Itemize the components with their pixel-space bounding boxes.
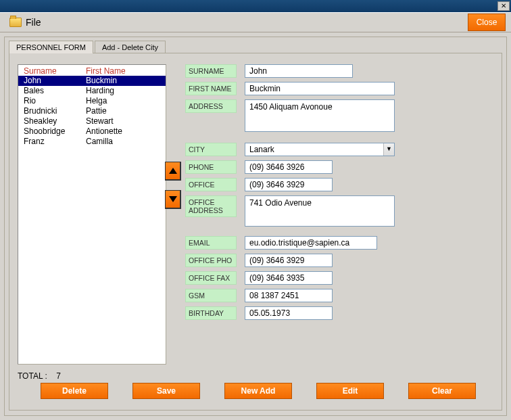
window-close-button[interactable]: ✕ bbox=[497, 1, 510, 11]
triangle-up-icon bbox=[169, 168, 177, 174]
label-birthday: BIRTHDAY bbox=[185, 306, 237, 320]
record-down-button[interactable] bbox=[165, 190, 181, 209]
panel: PERSONNEL FORM Add - Delete City Surname… bbox=[4, 37, 507, 416]
city-value: Lanark bbox=[245, 143, 383, 156]
birthday-input[interactable] bbox=[245, 306, 333, 320]
label-surname: SURNAME bbox=[185, 64, 237, 78]
list-item[interactable]: JohnBuckmin bbox=[18, 76, 166, 86]
list-item[interactable]: BalesHarding bbox=[18, 86, 166, 96]
chevron-down-icon[interactable]: ▼ bbox=[383, 143, 394, 156]
label-office-pho: OFFICE PHO bbox=[185, 254, 237, 267]
clear-button[interactable]: Clear bbox=[408, 383, 476, 399]
toolbar: File Close bbox=[0, 12, 511, 32]
label-gsm: GSM bbox=[185, 289, 237, 302]
list-surname: Sheakley bbox=[24, 116, 86, 126]
list-header: Surname First Name bbox=[18, 65, 166, 76]
list-firstname: Camilla bbox=[86, 137, 113, 147]
label-office: OFFICE bbox=[185, 178, 237, 191]
list-surname: John bbox=[24, 76, 86, 86]
header-surname: Surname bbox=[24, 66, 86, 76]
label-phone: PHONE bbox=[185, 160, 237, 174]
file-menu[interactable]: File bbox=[9, 17, 41, 28]
list-item[interactable]: RioHelga bbox=[18, 96, 166, 106]
label-firstname: FIRST NAME bbox=[185, 82, 237, 95]
phone-input[interactable] bbox=[245, 160, 333, 174]
label-email: EMAIL bbox=[185, 236, 237, 250]
button-row: Delete Save New Add Edit Clear bbox=[41, 383, 488, 399]
label-city: CITY bbox=[185, 143, 237, 156]
office-address-input[interactable]: 741 Odio Avenue bbox=[245, 195, 395, 227]
file-menu-label: File bbox=[26, 17, 41, 28]
list-item[interactable]: FranzCamilla bbox=[18, 137, 166, 147]
tab-body: Surname First Name JohnBuckminBalesHardi… bbox=[9, 53, 502, 411]
tab-personnel-form[interactable]: PERSONNEL FORM bbox=[9, 41, 93, 53]
label-office-address: OFFICE ADDRESS bbox=[185, 195, 237, 217]
total-value: 7 bbox=[56, 371, 61, 381]
list-firstname: Harding bbox=[86, 86, 114, 96]
new-add-button[interactable]: New Add bbox=[224, 383, 292, 399]
list-surname: Brudnicki bbox=[24, 106, 86, 116]
form-area: SURNAME FIRST NAME ADDRESS 1450 Aliquam … bbox=[185, 64, 493, 324]
list-surname: Franz bbox=[24, 137, 86, 147]
list-surname: Rio bbox=[24, 96, 86, 106]
list-item[interactable]: BrudnickiPattie bbox=[18, 106, 166, 116]
header-firstname: First Name bbox=[86, 66, 126, 76]
office-input[interactable] bbox=[245, 178, 333, 191]
surname-input[interactable] bbox=[245, 64, 353, 78]
tabs: PERSONNEL FORM Add - Delete City bbox=[9, 40, 506, 53]
list-surname: Bales bbox=[24, 86, 86, 96]
firstname-input[interactable] bbox=[245, 82, 395, 95]
save-button[interactable]: Save bbox=[132, 383, 200, 399]
list-firstname: Helga bbox=[86, 96, 107, 106]
list-item[interactable]: ShoobridgeAntionette bbox=[18, 126, 166, 137]
delete-button[interactable]: Delete bbox=[41, 383, 108, 399]
edit-button[interactable]: Edit bbox=[316, 383, 384, 399]
list-firstname: Stewart bbox=[86, 116, 114, 126]
folder-icon bbox=[9, 18, 22, 27]
tab-add-delete-city[interactable]: Add - Delete City bbox=[95, 41, 166, 53]
email-input[interactable] bbox=[245, 236, 377, 250]
list-surname: Shoobridge bbox=[24, 126, 86, 137]
titlebar: ✕ bbox=[0, 0, 511, 12]
office-fax-input[interactable] bbox=[245, 271, 333, 285]
triangle-down-icon bbox=[169, 196, 177, 202]
workspace: PERSONNEL FORM Add - Delete City Surname… bbox=[0, 32, 511, 420]
personnel-listbox[interactable]: Surname First Name JohnBuckminBalesHardi… bbox=[18, 64, 166, 365]
city-select[interactable]: Lanark ▼ bbox=[245, 143, 395, 156]
address-input[interactable]: 1450 Aliquam Avonoue bbox=[245, 99, 395, 132]
label-address: ADDRESS bbox=[185, 99, 237, 113]
list-item[interactable]: SheakleyStewart bbox=[18, 116, 166, 126]
close-button[interactable]: Close bbox=[468, 14, 506, 31]
record-up-button[interactable] bbox=[165, 162, 181, 181]
office-phone-input[interactable] bbox=[245, 254, 333, 267]
gsm-input[interactable] bbox=[245, 289, 333, 302]
list-firstname: Pattie bbox=[86, 106, 107, 116]
total-label: TOTAL : 7 bbox=[18, 371, 61, 381]
list-firstname: Antionette bbox=[86, 126, 122, 137]
label-office-fax: OFFICE FAX bbox=[185, 271, 237, 285]
list-firstname: Buckmin bbox=[86, 76, 117, 86]
